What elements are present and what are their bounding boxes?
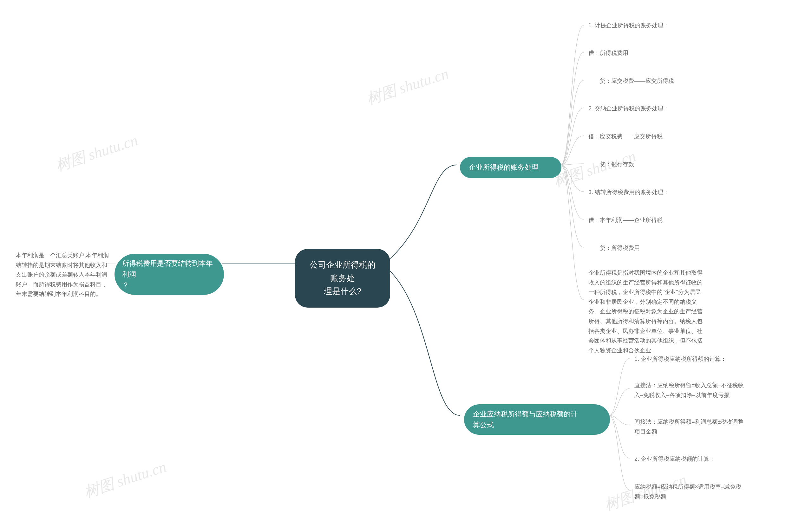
right1-leaf-5: 贷：银行存款	[589, 160, 634, 169]
mindmap-canvas: 树图 shutu.cn 树图 shutu.cn 树图 shutu.cn 树图 s…	[0, 0, 812, 528]
right1-leaf-7: 借：本年利润——企业所得税	[589, 215, 663, 225]
right2-branch-line1: 企业应纳税所得额与应纳税额的计	[473, 410, 578, 418]
right1-leaf-0: 1. 计提企业所得税的账务处理：	[589, 20, 669, 30]
right2-leaf-2: 间接法：应纳税所得额=利润总额±税收调整项目金额	[634, 417, 745, 436]
root-node[interactable]: 公司企业所得税的账务处 理是什么?	[295, 249, 390, 308]
left-branch-node[interactable]: 所得税费用是否要结转到本年利润 ？	[115, 254, 224, 295]
right1-branch-label: 企业所得税的账务处理	[469, 163, 539, 171]
right1-leaf-3: 2. 交纳企业所得税的账务处理：	[589, 104, 669, 114]
right1-leaf-2: 贷：应交税费——应交所得税	[589, 76, 674, 86]
right1-branch-node[interactable]: 企业所得税的账务处理	[460, 157, 562, 178]
right1-leaf-4: 借：应交税费——应交所得税	[589, 132, 663, 142]
right1-leaf-para: 企业所得税是指对我国境内的企业和其他取得收入的组织的生产经营所得和其他所得征收的…	[589, 268, 702, 355]
watermark: 树图 shutu.cn	[82, 457, 169, 502]
right1-leaf-8: 贷：所得税费用	[589, 243, 640, 253]
watermark: 树图 shutu.cn	[53, 130, 141, 176]
right2-leaf-3: 2. 企业所得税应纳税额的计算：	[634, 454, 715, 464]
right2-branch-node[interactable]: 企业应纳税所得额与应纳税额的计 算公式	[464, 404, 610, 435]
right1-leaf-6: 3. 结转所得税费用的账务处理：	[589, 187, 669, 197]
root-title-line2: 理是什么?	[324, 287, 361, 296]
right2-leaf-0: 1. 企业所得税应纳税所得额的计算：	[634, 354, 726, 364]
root-title-line1: 公司企业所得税的账务处	[309, 260, 376, 283]
right2-leaf-4: 应纳税额=应纳税所得额×适用税率–减免税额–抵免税额	[634, 482, 745, 501]
left-branch-line1: 所得税费用是否要结转到本年利润	[122, 260, 213, 278]
right2-branch-line2: 算公式	[473, 421, 494, 429]
left-leaf: 本年利润是一个汇总类账户,本年利润结转指的是期末结账时将其他收入和支出账户的余额…	[16, 250, 113, 299]
right1-leaf-1: 借：所得税费用	[589, 48, 628, 58]
right2-leaf-1: 直接法：应纳税所得额=收入总额–不征税收入–免税收入–各项扣除–以前年度亏损	[634, 381, 745, 400]
left-branch-line2: ？	[122, 281, 129, 289]
watermark: 树图 shutu.cn	[364, 63, 451, 109]
